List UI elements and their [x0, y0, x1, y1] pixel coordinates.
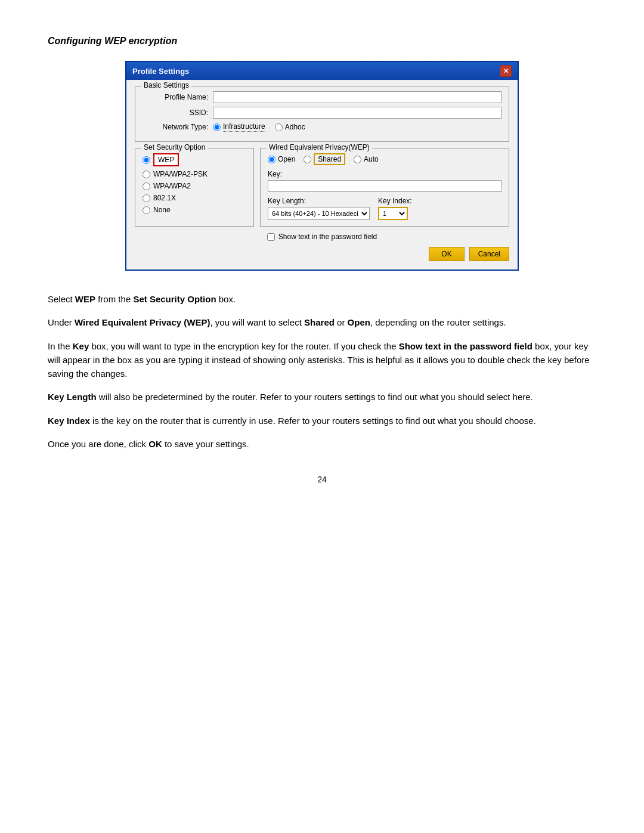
wep-settings-group: Wired Equivalent Privacy(WEP) Open Share… [260, 148, 509, 227]
paragraph-1: Select WEP from the Set Security Option … [48, 292, 596, 306]
wep-mode-row: Open Shared Auto [268, 153, 501, 165]
set-security-strong: Set Security Option [133, 294, 216, 304]
open-mode-label: Open [278, 155, 295, 163]
key-length-select[interactable]: 64 bits (40+24) - 10 Hexadeci [268, 207, 370, 220]
paragraph-3: In the Key box, you will want to type in… [48, 339, 596, 381]
wpa-option[interactable]: WPA/WPA2 [143, 182, 246, 190]
8021x-radio[interactable] [143, 194, 150, 202]
network-type-label: Network Type: [143, 123, 208, 131]
infrastructure-label: Infrastructure [223, 122, 265, 132]
key-length-label: Key Length: [268, 197, 370, 205]
auto-mode-label: Auto [364, 155, 379, 163]
show-text-label: Show text in the password field [278, 233, 377, 241]
key-index-strong: Key Index [48, 416, 90, 426]
key-index-label: Key Index: [378, 197, 412, 205]
network-type-radio-group: Infrastructure Adhoc [213, 122, 305, 132]
key-label: Key: [268, 170, 501, 178]
profile-settings-dialog: Profile Settings ✕ Basic Settings Profil… [125, 61, 519, 271]
set-security-label: Set Security Option [141, 143, 208, 151]
show-text-strong: Show text in the password field [399, 341, 532, 351]
key-index-col: Key Index: 1 [378, 197, 412, 220]
page-heading: Configuring WEP encryption [48, 36, 596, 47]
wep-strong: WEP [75, 294, 95, 304]
none-label: None [153, 206, 171, 214]
profile-name-row: Profile Name: [143, 91, 501, 103]
paragraph-6: Once you are done, click OK to save your… [48, 437, 596, 451]
cancel-button[interactable]: Cancel [469, 247, 509, 261]
wpa-psk-label: WPA/WPA2-PSK [153, 170, 208, 178]
open-mode-radio[interactable] [268, 156, 275, 163]
set-security-group: Set Security Option WEP WPA/WPA2-PSK WPA… [135, 148, 254, 227]
wep-radio[interactable] [143, 156, 150, 164]
adhoc-option[interactable]: Adhoc [275, 123, 305, 131]
wpa-label: WPA/WPA2 [153, 182, 191, 190]
adhoc-label: Adhoc [285, 123, 305, 131]
shared-mode-option[interactable]: Shared [304, 153, 345, 165]
paragraph-2: Under Wired Equivalent Privacy (WEP), yo… [48, 315, 596, 329]
wpa-radio[interactable] [143, 182, 150, 190]
profile-name-label: Profile Name: [143, 93, 208, 101]
infrastructure-radio[interactable] [213, 123, 221, 131]
basic-settings-label: Basic Settings [141, 81, 191, 89]
network-type-row: Network Type: Infrastructure Adhoc [143, 122, 501, 132]
ssid-row: SSID: [143, 107, 501, 119]
ssid-label: SSID: [143, 109, 208, 117]
shared-mode-label: Shared [314, 153, 345, 165]
open-mode-option[interactable]: Open [268, 155, 295, 163]
dialog-title: Profile Settings [132, 67, 189, 76]
page-number: 24 [48, 475, 596, 484]
none-radio[interactable] [143, 206, 150, 214]
wep-option[interactable]: WEP [143, 153, 246, 166]
show-text-row: Show text in the password field [135, 233, 509, 241]
ssid-input[interactable] [213, 107, 501, 119]
ok-strong: OK [148, 439, 162, 449]
body-text: Select WEP from the Set Security Option … [48, 292, 596, 451]
shared-mode-radio[interactable] [304, 156, 311, 163]
dialog-wrapper: Profile Settings ✕ Basic Settings Profil… [48, 61, 596, 271]
auto-mode-radio[interactable] [354, 156, 361, 163]
infrastructure-option[interactable]: Infrastructure [213, 122, 265, 132]
key-index-select[interactable]: 1 [378, 207, 408, 220]
key-input[interactable] [268, 180, 501, 192]
wep-settings-label: Wired Equivalent Privacy(WEP) [267, 143, 372, 151]
8021x-option[interactable]: 802.1X [143, 194, 246, 202]
profile-name-input[interactable] [213, 91, 501, 103]
key-length-index-row: Key Length: 64 bits (40+24) - 10 Hexadec… [268, 197, 501, 220]
wep-label: WEP [153, 153, 179, 166]
key-length-strong: Key Length [48, 392, 97, 402]
show-text-checkbox[interactable] [267, 233, 275, 241]
paragraph-4: Key Length will also be predetermined by… [48, 390, 596, 404]
paragraph-5: Key Index is the key on the router that … [48, 414, 596, 428]
none-option[interactable]: None [143, 206, 246, 214]
wep-full-strong: Wired Equivalent Privacy (WEP) [75, 317, 210, 327]
dialog-body: Basic Settings Profile Name: SSID: Netwo… [126, 80, 518, 270]
close-button[interactable]: ✕ [500, 65, 512, 77]
key-length-col: Key Length: 64 bits (40+24) - 10 Hexadec… [268, 197, 370, 220]
basic-settings-group: Basic Settings Profile Name: SSID: Netwo… [135, 86, 509, 142]
key-strong: Key [73, 341, 89, 351]
auto-mode-option[interactable]: Auto [354, 155, 379, 163]
button-row: OK Cancel [135, 247, 509, 261]
shared-strong: Shared [304, 317, 335, 327]
open-strong: Open [348, 317, 370, 327]
ok-button[interactable]: OK [429, 247, 464, 261]
wpa-psk-option[interactable]: WPA/WPA2-PSK [143, 170, 246, 178]
wpa-psk-radio[interactable] [143, 171, 150, 178]
security-section: Set Security Option WEP WPA/WPA2-PSK WPA… [135, 148, 509, 227]
adhoc-radio[interactable] [275, 123, 283, 131]
8021x-label: 802.1X [153, 194, 176, 202]
dialog-titlebar: Profile Settings ✕ [126, 62, 518, 80]
